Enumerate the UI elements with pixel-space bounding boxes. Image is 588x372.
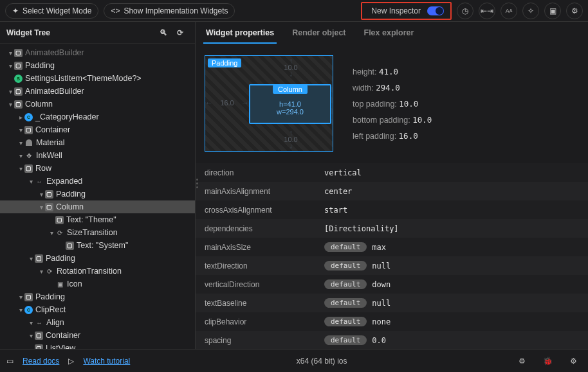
property-row: clipBehaviordefaultnone xyxy=(196,312,588,331)
tree-row[interactable]: sSettingsListItem<ThemeMode?> xyxy=(0,72,195,85)
tree-row[interactable]: ▾⟳RotationTransition xyxy=(0,265,195,278)
tree-row[interactable]: ▾▢Padding xyxy=(0,290,195,303)
summary-row: top padding: 10.0 xyxy=(353,99,432,109)
tree-item-label: Material xyxy=(36,138,64,147)
tab-render-object[interactable]: Render object xyxy=(289,28,348,44)
property-row: mainAxisAlignmentcenter xyxy=(196,182,588,200)
tab-flex-explorer[interactable]: Flex explorer xyxy=(362,28,417,44)
brightness-icon[interactable]: ✧ xyxy=(522,3,539,19)
summary-value: 10.0 xyxy=(399,99,418,109)
guides-icon[interactable]: ⇤⇥ xyxy=(479,3,495,19)
tree-row[interactable]: ▾▢Column xyxy=(0,98,195,111)
expand-arrow-icon[interactable]: ▾ xyxy=(27,255,35,262)
expand-arrow-icon[interactable]: ▾ xyxy=(6,88,14,95)
widget-type-icon: ↔ xyxy=(35,318,44,327)
property-key: spacing xyxy=(205,336,324,345)
tree-row[interactable]: ▾▢AnimatedBuilder xyxy=(0,46,195,59)
property-value: default0.0 xyxy=(324,335,386,345)
widget-type-icon: ⟳ xyxy=(45,267,54,276)
expand-arrow-icon[interactable]: ▾ xyxy=(27,319,35,326)
expand-arrow-icon[interactable]: ▾ xyxy=(37,191,45,198)
expand-arrow-icon[interactable]: ▾ xyxy=(37,204,45,211)
tree-row[interactable]: ▾▢Container xyxy=(0,123,195,136)
expand-arrow-icon[interactable]: ▾ xyxy=(27,332,35,339)
bottom-settings-icon[interactable]: ⚙ xyxy=(513,353,530,369)
expand-arrow-icon[interactable]: ▾ xyxy=(17,306,24,314)
show-implementation-button[interactable]: <> Show Implementation Widgets xyxy=(104,3,235,19)
property-key: dependencies xyxy=(205,224,324,233)
tree-row[interactable]: ▢Text: "Theme" xyxy=(0,213,195,226)
diagram-height: h=41.0 xyxy=(279,100,301,108)
summary-key: bottom padding: xyxy=(353,116,412,125)
tree-row[interactable]: ▾▢Row xyxy=(0,162,195,175)
tree-item-label: Row xyxy=(35,164,51,173)
tree-row[interactable]: ▾▢AnimatedBuilder xyxy=(0,85,195,98)
read-docs-link[interactable]: Read docs xyxy=(23,357,59,366)
target-platform-label: x64 (64 bit) ios xyxy=(139,357,504,366)
tree-item-label: ClipRect xyxy=(35,305,66,314)
expand-arrow-icon[interactable]: ▾ xyxy=(17,139,24,146)
bottom-gear-icon[interactable]: ⚙ xyxy=(565,353,582,369)
expand-arrow-icon[interactable]: ▾ xyxy=(17,127,24,134)
tree-row[interactable]: ▾▢Padding xyxy=(0,188,195,200)
expand-arrow-icon[interactable]: ▾ xyxy=(27,178,35,185)
tree-item-label: Icon xyxy=(67,279,82,288)
expand-arrow-icon[interactable]: ▸ xyxy=(17,114,24,121)
widget-tree-header: Widget Tree 🔍︎ ⟳ xyxy=(0,22,195,44)
widget-type-icon: ▢ xyxy=(14,62,23,70)
property-row: mainAxisSizedefaultmax xyxy=(196,238,588,256)
tree-item-label: Container xyxy=(46,331,80,340)
tree-row[interactable]: ▾▢Padding xyxy=(0,252,195,265)
tree-item-label: Padding xyxy=(35,292,65,301)
diagram-column-box: Column h=41.0 w=294.0 xyxy=(249,84,331,124)
tree-row[interactable]: ▸c_CategoryHeader xyxy=(0,111,195,123)
search-icon[interactable]: 🔍︎ xyxy=(155,24,172,41)
tree-row[interactable]: ▾▢Container xyxy=(0,329,195,342)
tree-row[interactable]: ▣Icon xyxy=(0,278,195,290)
tree-row[interactable]: ▾⟳SizeTransition xyxy=(0,226,195,239)
widget-type-icon: ⟳ xyxy=(55,228,64,237)
property-key: textBaseline xyxy=(205,299,324,308)
widget-type-icon: ▢ xyxy=(14,87,23,96)
tree-row[interactable]: ▢ListView xyxy=(0,342,195,349)
tree-item-label: Container xyxy=(35,125,70,134)
expand-arrow-icon[interactable]: ▾ xyxy=(6,62,14,69)
summary-row: left padding: 16.0 xyxy=(353,131,432,141)
tree-row[interactable]: ▾▢Column xyxy=(0,200,195,213)
image-icon[interactable]: ▣ xyxy=(544,3,561,19)
expand-arrow-icon[interactable]: ▾ xyxy=(6,49,14,57)
expand-arrow-icon[interactable]: ▾ xyxy=(17,152,24,159)
refresh-icon[interactable]: ⟳ xyxy=(172,24,188,41)
new-inspector-toggle[interactable] xyxy=(427,6,444,15)
widget-type-icon: ▢ xyxy=(66,242,74,250)
expand-arrow-icon[interactable]: ▾ xyxy=(48,229,55,236)
timer-icon[interactable]: ◷ xyxy=(457,3,473,19)
expand-arrow-icon[interactable]: ▾ xyxy=(17,294,24,301)
tree-row[interactable]: ▾↔Expanded xyxy=(0,175,195,188)
bug-icon[interactable]: 🐞 xyxy=(539,353,556,369)
property-key: verticalDirection xyxy=(205,280,324,289)
settings-icon[interactable]: ⚙ xyxy=(566,3,583,19)
tree-row[interactable]: ▾cClipRect xyxy=(0,303,195,316)
watch-tutorial-link[interactable]: Watch tutorial xyxy=(83,357,130,366)
expand-arrow-icon[interactable]: ▾ xyxy=(6,101,14,108)
tree-item-label: AnimatedBuilder xyxy=(25,48,84,57)
text-scale-icon[interactable]: AA xyxy=(501,3,517,19)
widget-tree[interactable]: ▾▢AnimatedBuilder▾▢PaddingsSettingsListI… xyxy=(0,44,195,349)
tab-widget-properties[interactable]: Widget properties xyxy=(203,28,277,44)
book-icon: ▭ xyxy=(6,357,14,366)
tree-row[interactable]: ▾Material xyxy=(0,136,195,149)
default-pill: default xyxy=(324,261,367,270)
tree-row[interactable]: ▾✥InkWell xyxy=(0,149,195,162)
expand-arrow-icon[interactable]: ▾ xyxy=(37,268,45,275)
tree-item-label: Text: "System" xyxy=(77,241,128,250)
summary-row: width: 294.0 xyxy=(353,83,432,93)
expand-arrow-icon[interactable]: ▾ xyxy=(17,165,24,172)
tree-item-label: SettingsListItem<ThemeMode?> xyxy=(25,74,142,83)
tree-row[interactable]: ▾↔Align xyxy=(0,316,195,329)
widget-type-icon: ▢ xyxy=(35,344,43,350)
select-widget-mode-button[interactable]: ✦ Select Widget Mode xyxy=(5,3,98,19)
panel-drag-handle[interactable] xyxy=(196,179,198,188)
tree-row[interactable]: ▾▢Padding xyxy=(0,59,195,72)
tree-row[interactable]: ▢Text: "System" xyxy=(0,239,195,252)
